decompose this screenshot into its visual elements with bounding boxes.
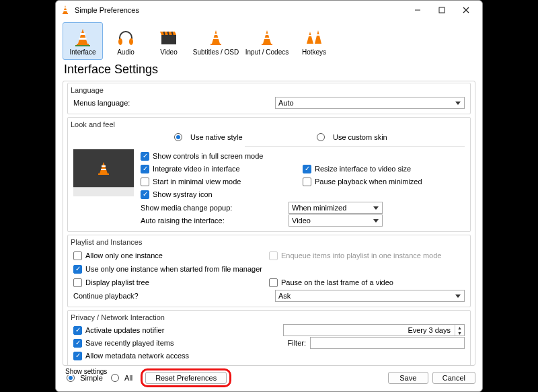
svg-rect-23 xyxy=(213,38,219,39)
integrate-video-label: Integrate video in interface xyxy=(153,165,240,173)
metadata-checkbox[interactable] xyxy=(73,352,82,360)
tab-label: Hotkeys xyxy=(302,48,326,56)
cone-icon xyxy=(258,27,276,48)
systray-checkbox[interactable] xyxy=(141,190,149,199)
svg-rect-12 xyxy=(75,45,90,46)
svg-rect-22 xyxy=(214,34,218,35)
save-recent-checkbox[interactable] xyxy=(73,339,82,348)
svg-rect-1 xyxy=(63,13,68,14)
filter-input[interactable] xyxy=(310,337,465,349)
svg-point-14 xyxy=(129,38,133,45)
enqueue-label: Enqueue items into playlist in one insta… xyxy=(281,251,441,260)
svg-rect-30 xyxy=(308,35,312,36)
svg-marker-0 xyxy=(63,5,67,13)
svg-point-13 xyxy=(118,38,122,45)
footer: Show settings Simple All Reset Preferenc… xyxy=(56,366,482,391)
window-title: Simple Preferences xyxy=(75,6,406,14)
svg-rect-26 xyxy=(265,34,269,35)
resize-interface-checkbox[interactable] xyxy=(303,165,311,173)
tab-label: Video xyxy=(160,48,177,56)
reset-preferences-button[interactable]: Reset Preferences xyxy=(145,372,227,384)
custom-skin-label: Use custom skin xyxy=(333,133,387,141)
tab-label: Interface xyxy=(70,48,96,56)
show-all-label: All xyxy=(124,374,132,382)
svg-rect-25 xyxy=(262,44,272,45)
group-title: Look and feel xyxy=(71,120,465,128)
svg-marker-8 xyxy=(78,29,87,44)
minimize-button[interactable] xyxy=(406,2,430,18)
preferences-window: Simple Preferences Interface Audio Video… xyxy=(55,0,483,392)
display-tree-checkbox[interactable] xyxy=(73,278,82,287)
one-from-fm-label: Use only one instance when started from … xyxy=(85,265,262,273)
tab-interface[interactable]: Interface xyxy=(63,22,103,60)
svg-rect-15 xyxy=(161,35,176,44)
svg-rect-33 xyxy=(98,173,109,175)
show-simple-label: Simple xyxy=(80,374,103,382)
tab-video[interactable]: Video xyxy=(149,22,189,60)
systray-label: Show systray icon xyxy=(153,190,213,198)
app-icon xyxy=(60,5,71,15)
svg-rect-2 xyxy=(64,7,67,9)
tab-input-codecs[interactable]: Input / Codecs xyxy=(243,22,291,60)
auto-raise-label: Auto raising the interface: xyxy=(141,217,289,225)
save-recent-label: Save recently played items xyxy=(85,339,174,347)
svg-rect-10 xyxy=(80,33,85,35)
svg-marker-24 xyxy=(263,30,271,44)
group-look-and-feel: Look and feel Use native style Use custo… xyxy=(67,117,471,232)
maximize-button[interactable] xyxy=(430,2,454,18)
integrate-video-checkbox[interactable] xyxy=(141,165,149,173)
custom-skin-radio[interactable] xyxy=(317,133,325,141)
svg-rect-34 xyxy=(102,165,106,167)
close-button[interactable] xyxy=(454,2,478,18)
svg-rect-11 xyxy=(79,38,87,40)
titlebar: Simple Preferences xyxy=(56,1,482,19)
pause-minimized-checkbox[interactable] xyxy=(303,178,311,186)
cone-icon xyxy=(207,27,225,48)
svg-rect-35 xyxy=(101,169,106,170)
pause-minimized-label: Pause playback when minimized xyxy=(315,178,422,186)
one-instance-checkbox[interactable] xyxy=(73,251,82,260)
one-instance-label: Allow only one instance xyxy=(85,251,163,260)
show-all-radio[interactable] xyxy=(111,374,119,382)
tab-hotkeys[interactable]: Hotkeys xyxy=(294,22,334,60)
save-button[interactable]: Save xyxy=(388,372,428,384)
page-title: Interface Settings xyxy=(56,60,482,81)
start-minimal-checkbox[interactable] xyxy=(141,178,149,186)
menus-language-select[interactable]: Auto xyxy=(275,97,465,109)
start-minimal-label: Start in minimal view mode xyxy=(153,178,241,186)
media-popup-select[interactable]: When minimized xyxy=(289,202,383,214)
native-style-radio[interactable] xyxy=(174,133,182,141)
svg-rect-21 xyxy=(210,44,221,45)
reset-highlight: Reset Preferences xyxy=(141,368,231,387)
show-controls-checkbox[interactable] xyxy=(141,152,149,161)
svg-marker-29 xyxy=(315,30,321,44)
tab-label: Audio xyxy=(117,48,134,56)
cones-icon xyxy=(305,27,323,48)
group-playlist: Playlist and Instances Allow only one in… xyxy=(67,235,471,307)
metadata-label: Allow metadata network access xyxy=(85,352,189,360)
interface-preview xyxy=(73,149,134,196)
continue-playback-select[interactable]: Ask xyxy=(275,290,465,302)
svg-rect-3 xyxy=(64,10,67,11)
tab-audio[interactable]: Audio xyxy=(106,22,146,60)
svg-rect-5 xyxy=(439,7,445,13)
group-title: Privacy / Network Interaction xyxy=(71,313,465,321)
tab-subtitles[interactable]: Subtitles / OSD xyxy=(192,22,240,60)
svg-rect-31 xyxy=(316,34,320,36)
show-simple-radio[interactable] xyxy=(67,374,75,382)
updates-label: Activate updates notifier xyxy=(85,326,164,334)
svg-rect-27 xyxy=(264,38,270,39)
group-privacy: Privacy / Network Interaction Activate u… xyxy=(67,310,471,366)
pause-last-checkbox[interactable] xyxy=(269,278,278,287)
media-popup-label: Show media change popup: xyxy=(141,204,289,212)
one-from-fm-checkbox[interactable] xyxy=(73,265,82,274)
enqueue-checkbox xyxy=(269,251,278,260)
updates-checkbox[interactable] xyxy=(73,326,82,335)
updates-interval-spinner[interactable]: Every 3 days ▲▼ xyxy=(283,324,465,336)
auto-raise-select[interactable]: Video xyxy=(289,214,383,227)
pause-last-label: Pause on the last frame of a video xyxy=(281,278,393,286)
group-title: Playlist and Instances xyxy=(71,238,465,246)
clapper-icon xyxy=(159,27,178,48)
cancel-button[interactable]: Cancel xyxy=(432,372,475,384)
group-title: Language xyxy=(71,86,465,94)
